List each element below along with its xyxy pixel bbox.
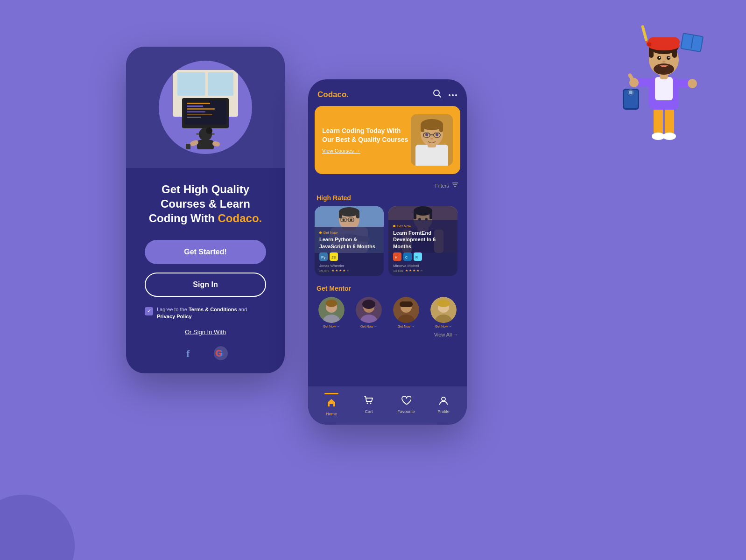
mentor-4-illustration xyxy=(430,297,457,323)
mentor-item-3[interactable]: Get Now → xyxy=(389,297,423,328)
phone-scroll-area[interactable]: Learn Coding Today With Our Best & Quali… xyxy=(308,106,467,386)
svg-point-27 xyxy=(455,94,457,96)
svg-rect-49 xyxy=(339,212,342,218)
course-icons-2: H C R xyxy=(393,252,453,261)
phone-right: Codaco. Learn Coding Today With Our Be xyxy=(308,79,467,425)
svg-point-26 xyxy=(452,94,454,96)
headline: Get High Quality Courses & Learn Coding … xyxy=(140,182,271,226)
svg-point-54 xyxy=(343,219,345,221)
course-title-2: Learn ForntEnd Development In 6 Months xyxy=(393,230,453,250)
search-icon[interactable] xyxy=(432,89,442,100)
course-card-2-overlay: Get Now Learn ForntEnd Development In 6 … xyxy=(388,220,457,276)
rating-count-2: 18,490 xyxy=(393,269,403,273)
svg-rect-65 xyxy=(414,211,416,219)
sign-in-button[interactable]: Sign In xyxy=(145,273,266,297)
course-card-2[interactable]: Get Now Learn ForntEnd Development In 6 … xyxy=(388,206,457,276)
svg-rect-85 xyxy=(400,301,413,307)
svg-point-102 xyxy=(663,133,676,140)
mentor-item-2[interactable]: Get Now → xyxy=(352,297,386,328)
get-now-badge-1: Get Now xyxy=(319,231,379,235)
svg-point-89 xyxy=(437,300,450,307)
terms-checkbox[interactable] xyxy=(145,307,153,315)
svg-point-39 xyxy=(436,133,438,136)
instructor-2: Minorva Michell xyxy=(393,264,453,268)
nav-favourite[interactable]: Favourite xyxy=(387,395,425,414)
mentor-avatar-4 xyxy=(430,297,457,323)
svg-text:G: G xyxy=(215,349,222,358)
svg-rect-104 xyxy=(655,77,673,100)
view-all-link[interactable]: View All → xyxy=(434,332,458,337)
mentor-1-illustration xyxy=(318,297,345,323)
svg-point-120 xyxy=(662,61,665,63)
svg-rect-1 xyxy=(177,72,205,96)
illustration-circle xyxy=(159,61,252,154)
mentor-avatar-3 xyxy=(393,297,419,323)
python-icon: Py xyxy=(319,252,328,261)
high-rated-title: High Rated xyxy=(308,192,467,206)
course-card-1[interactable]: Get Now Learn Python & JavaScript In 6 M… xyxy=(315,206,384,276)
filter-icon[interactable] xyxy=(452,182,458,189)
svg-point-25 xyxy=(449,94,450,96)
get-now-badge-2: Get Now xyxy=(393,224,453,228)
svg-rect-15 xyxy=(197,140,214,149)
nav-profile[interactable]: Profile xyxy=(425,395,462,414)
svg-text:JS: JS xyxy=(331,255,336,259)
hero-person-illustration xyxy=(411,114,453,166)
coding-illustration xyxy=(163,65,247,149)
hero-text: Learn Coding Today With Our Best & Quali… xyxy=(322,126,411,154)
home-icon xyxy=(326,398,337,410)
nav-home-label: Home xyxy=(326,412,337,416)
illustration-area xyxy=(126,47,285,168)
svg-point-91 xyxy=(367,403,368,404)
view-all-row: View All → xyxy=(308,332,467,342)
mentor-section-title: Get Mentor xyxy=(308,283,467,297)
nav-favourite-label: Favourite xyxy=(397,409,415,414)
profile-icon xyxy=(438,395,449,408)
svg-text:Py: Py xyxy=(321,255,325,259)
nav-home[interactable]: Home xyxy=(313,393,350,416)
svg-point-101 xyxy=(652,133,665,140)
svg-point-81 xyxy=(362,300,375,309)
svg-rect-5 xyxy=(187,103,210,104)
svg-rect-66 xyxy=(429,211,432,219)
svg-rect-29 xyxy=(415,145,448,166)
heart-icon xyxy=(401,395,411,408)
or-sign-in-link[interactable]: Or Sign In With xyxy=(185,329,226,336)
mentor-item-1[interactable]: Get Now → xyxy=(315,297,348,328)
svg-line-24 xyxy=(439,95,441,98)
mentor-avatar-1 xyxy=(318,297,345,323)
mentors-row: Get Now → Get Now → xyxy=(308,297,467,332)
svg-text:R: R xyxy=(415,256,418,259)
more-options-icon[interactable] xyxy=(448,90,457,99)
svg-rect-10 xyxy=(187,117,201,118)
html-icon: H xyxy=(393,252,401,261)
terms-text: I agree to the Terms & Conditions and Pr… xyxy=(157,306,266,321)
svg-rect-33 xyxy=(421,125,424,132)
get-started-button[interactable]: Get Started! xyxy=(145,240,266,264)
view-courses-link[interactable]: View Courses → xyxy=(322,148,411,154)
mentor-item-4[interactable]: Get Now → xyxy=(427,297,460,328)
svg-rect-9 xyxy=(187,114,212,115)
hero-photo xyxy=(411,114,453,166)
mentor-get-now-1[interactable]: Get Now → xyxy=(323,325,340,328)
hero-title: Learn Coding Today With Our Best & Quali… xyxy=(322,126,411,144)
svg-point-77 xyxy=(326,300,337,307)
facebook-icon[interactable]: f xyxy=(182,345,198,362)
rating-row-1: 29,989 ★ ★ ★ ★ ★ xyxy=(319,269,379,273)
mentor-get-now-2[interactable]: Get Now → xyxy=(360,325,377,328)
svg-point-115 xyxy=(654,63,674,75)
courses-row: Get Now Learn Python & JavaScript In 6 M… xyxy=(308,206,467,283)
mentor-get-now-3[interactable]: Get Now → xyxy=(398,325,415,328)
course-icons-1: Py JS xyxy=(319,252,379,261)
nav-cart[interactable]: Cart xyxy=(350,395,387,414)
mentor-get-now-4[interactable]: Get Now → xyxy=(435,325,452,328)
js-icon: JS xyxy=(330,252,338,261)
svg-rect-122 xyxy=(648,37,680,47)
rating-row-2: 18,490 ★ ★ ★ ★ ★ xyxy=(393,269,453,273)
app-header: Codaco. xyxy=(308,79,467,106)
character-illustration xyxy=(615,19,709,149)
google-icon[interactable]: G G xyxy=(212,345,229,362)
svg-rect-7 xyxy=(187,108,215,110)
svg-point-109 xyxy=(688,79,697,88)
course-title-1: Learn Python & JavaScript In 6 Months xyxy=(319,236,379,250)
